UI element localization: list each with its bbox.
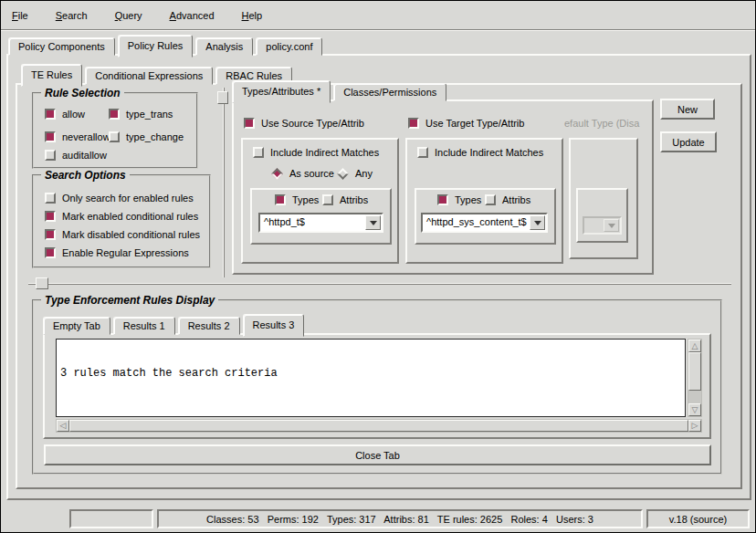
radio-as-source[interactable]: As source bbox=[271, 168, 334, 179]
default-type-label: efault Type (Disa bbox=[564, 118, 650, 131]
target-attribs-checkbox-indicator[interactable] bbox=[485, 194, 496, 205]
scroll-up-arrow-icon[interactable]: △ bbox=[688, 340, 701, 352]
use-target-checkbox-indicator[interactable] bbox=[408, 118, 419, 129]
checkbox-source-indirect[interactable]: Include Indirect Matches bbox=[253, 147, 379, 158]
status-stats: Classes: 53 Perms: 192 Types: 317 Attrib… bbox=[157, 509, 643, 528]
chevron-down-icon bbox=[534, 221, 541, 229]
menu-query[interactable]: Query bbox=[111, 8, 146, 23]
target-indirect-checkbox-indicator[interactable] bbox=[417, 147, 428, 158]
close-tab-button[interactable]: Close Tab bbox=[44, 444, 711, 465]
checkbox-type-change[interactable]: type_change bbox=[109, 131, 184, 142]
source-type-value[interactable]: ^httpd_t$ bbox=[260, 214, 364, 231]
checkbox-use-source[interactable]: Use Source Type/Attrib bbox=[244, 118, 364, 129]
use-source-checkbox-indicator[interactable] bbox=[244, 118, 255, 129]
checkbox-auditallow[interactable]: auditallow bbox=[45, 150, 107, 161]
checkbox-source-attribs[interactable]: Attribs bbox=[322, 194, 368, 205]
regex-label: Enable Regular Expressions bbox=[62, 247, 189, 258]
checkbox-neverallow[interactable]: neverallow bbox=[45, 131, 110, 142]
source-type-combobox[interactable]: ^httpd_t$ bbox=[258, 213, 383, 233]
checkbox-regex[interactable]: Enable Regular Expressions bbox=[45, 247, 189, 258]
types-attributes-tabs: Types/Attributes * Classes/Permissions bbox=[232, 79, 449, 101]
results-text-area[interactable]: 3 rules match the search criteria (5822)… bbox=[56, 339, 686, 417]
tab-analysis[interactable]: Analysis bbox=[195, 37, 253, 56]
status-empty-box bbox=[69, 509, 153, 528]
tab-classes-permissions[interactable]: Classes/Permissions bbox=[333, 83, 446, 101]
new-button[interactable]: New bbox=[660, 99, 715, 120]
checkbox-allow[interactable]: allow bbox=[45, 109, 85, 120]
tab-conditional-expressions[interactable]: Conditional Expressions bbox=[85, 67, 213, 85]
scroll-right-arrow-icon[interactable]: ▷ bbox=[688, 420, 701, 432]
default-type-combobox bbox=[583, 216, 622, 235]
rule-selection-group: Rule Selection allow type_trans neverall… bbox=[32, 92, 198, 169]
tab-types-attributes[interactable]: Types/Attributes * bbox=[232, 80, 331, 103]
scroll-left-arrow-icon[interactable]: ◁ bbox=[57, 420, 69, 432]
menu-search[interactable]: Search bbox=[52, 8, 91, 23]
results-tabs: Empty Tab Results 1 Results 2 Results 3 bbox=[43, 311, 307, 335]
type-change-checkbox-indicator[interactable] bbox=[109, 131, 120, 142]
vertical-sash-handle[interactable] bbox=[217, 91, 228, 104]
as-source-radio-indicator[interactable] bbox=[271, 168, 283, 180]
menu-file[interactable]: File bbox=[8, 8, 32, 23]
only-enabled-checkbox-indicator[interactable] bbox=[45, 193, 56, 204]
main-tabs: Policy Components Policy Rules Analysis … bbox=[8, 34, 325, 56]
tab-policy-conf[interactable]: policy.conf bbox=[256, 37, 322, 56]
vertical-scrollbar[interactable]: △ ▽ bbox=[688, 339, 702, 417]
tab-te-rules[interactable]: TE Rules bbox=[21, 64, 82, 87]
source-type-dropdown-button[interactable] bbox=[365, 215, 381, 230]
target-type-value[interactable]: ^httpd_sys_content_t$ bbox=[423, 214, 529, 231]
mark-enabled-checkbox-indicator[interactable] bbox=[45, 211, 56, 222]
vertical-scrollbar-trough[interactable] bbox=[688, 391, 701, 403]
allow-label: allow bbox=[62, 109, 85, 120]
neverallow-label: neverallow bbox=[62, 131, 110, 142]
default-type-dropdown-button bbox=[604, 219, 619, 232]
allow-checkbox-indicator[interactable] bbox=[45, 109, 56, 120]
target-attribs-label: Attribs bbox=[502, 194, 530, 205]
neverallow-checkbox-indicator[interactable] bbox=[45, 131, 56, 142]
auditallow-checkbox-indicator[interactable] bbox=[45, 150, 56, 161]
target-indirect-label: Include Indirect Matches bbox=[435, 147, 543, 158]
vertical-scrollbar-thumb[interactable] bbox=[688, 352, 701, 391]
update-button[interactable]: Update bbox=[660, 131, 717, 152]
target-type-combobox[interactable]: ^httpd_sys_content_t$ bbox=[421, 213, 548, 233]
checkbox-target-types[interactable]: Types bbox=[437, 194, 481, 205]
checkbox-source-types[interactable]: Types bbox=[275, 194, 319, 205]
tab-empty[interactable]: Empty Tab bbox=[43, 317, 110, 335]
vertical-sash[interactable] bbox=[223, 88, 225, 277]
checkbox-type-trans[interactable]: type_trans bbox=[109, 109, 173, 120]
app-window: File Search Query Advanced Help Policy C… bbox=[0, 0, 756, 533]
menu-help[interactable]: Help bbox=[238, 8, 267, 23]
horizontal-sash[interactable] bbox=[28, 283, 731, 285]
any-radio-indicator[interactable] bbox=[337, 168, 349, 180]
checkbox-target-attribs[interactable]: Attribs bbox=[485, 194, 530, 205]
tab-policy-rules[interactable]: Policy Rules bbox=[118, 35, 194, 57]
search-options-group: Search Options Only search for enabled r… bbox=[32, 174, 211, 268]
source-indirect-checkbox-indicator[interactable] bbox=[253, 147, 264, 158]
checkbox-use-target[interactable]: Use Target Type/Attrib bbox=[408, 118, 524, 129]
horizontal-scrollbar[interactable]: ◁ ▷ bbox=[56, 419, 702, 433]
radio-any[interactable]: Any bbox=[337, 168, 373, 179]
mark-enabled-label: Mark enabled conditional rules bbox=[62, 211, 198, 222]
target-types-label: Types bbox=[455, 194, 481, 205]
chevron-down-icon bbox=[370, 221, 377, 229]
tab-results-2[interactable]: Results 2 bbox=[178, 317, 240, 335]
menu-advanced[interactable]: Advanced bbox=[166, 8, 218, 23]
type-trans-checkbox-indicator[interactable] bbox=[109, 109, 120, 120]
tab-results-1[interactable]: Results 1 bbox=[113, 317, 175, 335]
target-type-dropdown-button[interactable] bbox=[530, 215, 545, 230]
horizontal-sash-handle[interactable] bbox=[36, 277, 48, 289]
checkbox-only-enabled[interactable]: Only search for enabled rules bbox=[45, 193, 194, 204]
source-types-checkbox-indicator[interactable] bbox=[275, 194, 286, 205]
checkbox-target-indirect[interactable]: Include Indirect Matches bbox=[417, 147, 543, 158]
tab-policy-components[interactable]: Policy Components bbox=[8, 37, 115, 56]
rule-selection-title: Rule Selection bbox=[41, 87, 124, 99]
scroll-down-arrow-icon[interactable]: ▽ bbox=[688, 403, 701, 416]
regex-checkbox-indicator[interactable] bbox=[45, 247, 56, 258]
tab-results-3[interactable]: Results 3 bbox=[243, 314, 305, 337]
mark-disabled-checkbox-indicator[interactable] bbox=[45, 229, 56, 240]
checkbox-mark-enabled[interactable]: Mark enabled conditional rules bbox=[45, 211, 198, 222]
checkbox-mark-disabled[interactable]: Mark disabled conditional rules bbox=[45, 229, 200, 240]
horizontal-scrollbar-thumb[interactable] bbox=[69, 420, 688, 432]
any-label: Any bbox=[355, 168, 373, 179]
source-attribs-checkbox-indicator[interactable] bbox=[322, 194, 333, 205]
target-types-checkbox-indicator[interactable] bbox=[437, 194, 448, 205]
